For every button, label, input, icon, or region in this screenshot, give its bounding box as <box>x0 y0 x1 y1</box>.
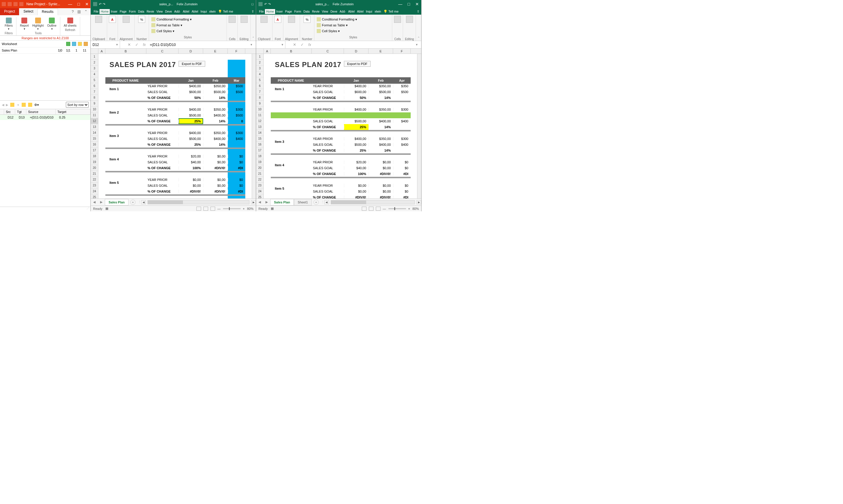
conditional-formatting-button[interactable]: Conditional Formatting ▾ <box>317 16 357 22</box>
tab-nav-prev[interactable]: ◀ <box>91 200 98 204</box>
zoom-in-button[interactable]: + <box>243 207 245 211</box>
next-arrow-icon[interactable]: ▶ <box>6 103 8 107</box>
col-header-E[interactable]: E <box>203 49 228 54</box>
normal-view-button[interactable] <box>196 206 201 211</box>
undo-icon[interactable]: ↶ <box>264 2 267 6</box>
zoom-slider[interactable] <box>223 208 240 209</box>
diff-row[interactable]: D12 D13 ≈(D11-D10)/D10 0.25 <box>0 115 90 120</box>
chevron-up-icon[interactable]: ⌃ <box>84 10 88 14</box>
cell-styles-button[interactable]: Cell Styles ▾ <box>151 28 175 34</box>
tell-me[interactable]: 💡 Tell me <box>383 10 399 14</box>
minimize-button[interactable]: — <box>68 2 72 6</box>
nav-icon[interactable] <box>10 103 14 107</box>
hscroll-right[interactable]: ▶ <box>251 200 256 204</box>
row-headers[interactable]: 1234567891011121314151617181920212223242… <box>256 54 264 198</box>
editing-group[interactable]: Editing <box>403 15 416 41</box>
grid[interactable]: ABCDEF 123456789101112131415161718192021… <box>256 49 421 198</box>
format-as-table-button[interactable]: Format as Table ▾ <box>317 22 348 28</box>
ribbon-tab-inser[interactable]: Inser <box>110 9 119 14</box>
ribbon-tab-ablel[interactable]: Ablel <box>347 9 356 14</box>
collapse-ribbon-icon[interactable]: ⌃ <box>251 15 256 41</box>
col-header-C[interactable]: C <box>312 49 344 54</box>
font-group[interactable]: AFont <box>107 15 118 41</box>
zoom-level[interactable]: 80% <box>412 207 419 211</box>
ribbon-tab-inqui[interactable]: Inqui <box>365 9 374 14</box>
zoom-level[interactable]: 80% <box>247 207 253 211</box>
nav-icon[interactable] <box>28 103 32 107</box>
col-header-F[interactable]: F <box>393 49 411 54</box>
zoom-out-button[interactable]: — <box>217 207 221 211</box>
cells-group[interactable]: Cells <box>392 15 403 41</box>
cancel-formula-icon[interactable]: ✕ <box>291 42 298 47</box>
maximize-button[interactable]: □ <box>77 2 80 6</box>
highlight-button[interactable]: Highlight▾ <box>31 17 45 31</box>
tab-results[interactable]: Results <box>38 8 58 15</box>
col-header-E[interactable]: E <box>369 49 393 54</box>
tab-nav-next[interactable]: ▶ <box>263 200 270 204</box>
tab-nav-prev[interactable]: ◀ <box>256 200 263 204</box>
fx-icon[interactable]: fx <box>141 43 148 47</box>
col-header-A[interactable]: A <box>264 49 271 54</box>
export-pdf-button[interactable]: Export to PDF <box>179 61 205 67</box>
add-sheet-button[interactable]: + <box>313 200 319 205</box>
close-button[interactable]: ✕ <box>415 2 419 6</box>
editing-group[interactable]: Editing <box>238 15 251 41</box>
name-box[interactable]: ▾ <box>256 41 285 48</box>
ribbon-tab-xlwin[interactable]: xlwin <box>374 9 382 14</box>
col-header-B[interactable]: B <box>271 49 312 54</box>
ribbon-tab-deve[interactable]: Deve <box>164 9 173 14</box>
macro-icon[interactable]: ▦ <box>105 206 108 211</box>
conditional-formatting-button[interactable]: Conditional Formatting ▾ <box>151 16 192 22</box>
ribbon-tab-home[interactable]: Home <box>265 9 275 14</box>
hscrollbar[interactable] <box>331 200 415 204</box>
accept-formula-icon[interactable]: ✓ <box>298 42 306 47</box>
close-button[interactable]: ✕ <box>85 2 89 6</box>
tab-project[interactable]: Project <box>0 8 19 15</box>
add-sheet-button[interactable]: + <box>130 200 136 205</box>
ribbon-tab-page[interactable]: Page <box>284 9 293 14</box>
ribbon-tab-file[interactable]: File <box>258 9 265 14</box>
hscroll-left[interactable]: ◀ <box>324 200 329 204</box>
ribbon-tab-form[interactable]: Form <box>128 9 137 14</box>
name-box[interactable]: ▾ <box>91 41 120 48</box>
alignment-group[interactable]: Alignment <box>118 15 134 41</box>
cancel-formula-icon[interactable]: ✕ <box>125 42 133 47</box>
col-header-F[interactable]: F <box>228 49 245 54</box>
collapse-ribbon-icon[interactable]: ⌃ <box>416 15 421 41</box>
ribbon-tab-data[interactable]: Data <box>302 9 311 14</box>
pagelayout-view-button[interactable] <box>203 206 208 211</box>
ribbon-tab-page[interactable]: Page <box>119 9 128 14</box>
col-header-A[interactable]: A <box>98 49 105 54</box>
minimize-button[interactable]: — <box>398 2 402 6</box>
hscrollbar[interactable] <box>147 200 249 204</box>
prev-arrow-icon[interactable]: ◀ <box>2 103 4 107</box>
share-icon[interactable]: ⇪ <box>417 10 419 14</box>
maximize-button[interactable]: □ <box>408 2 410 6</box>
col-header-B[interactable]: B <box>105 49 146 54</box>
redo-icon[interactable]: ↷ <box>103 2 105 6</box>
sheet-tab-salesplan[interactable]: Sales Plan <box>105 199 128 205</box>
clipboard-group[interactable]: Clipboard <box>91 15 107 41</box>
cells-group[interactable]: Cells <box>227 15 238 41</box>
cell-styles-button[interactable]: Cell Styles ▾ <box>317 28 340 34</box>
ribbon-tab-ablel[interactable]: Ablel <box>191 9 199 14</box>
ribbon-tab-view[interactable]: View <box>155 9 164 14</box>
formula-input[interactable]: =(D11-D10)/D10 <box>148 43 251 47</box>
filters-button[interactable]: Filters▾ <box>3 17 14 31</box>
save-icon[interactable] <box>258 2 263 6</box>
macro-icon[interactable]: ▦ <box>271 206 274 211</box>
sort-select[interactable]: Sort by row <box>66 102 89 108</box>
number-group[interactable]: %Number <box>134 15 149 41</box>
row-headers[interactable]: 1234567891011121314151617181920212223242… <box>91 54 98 198</box>
save-icon[interactable] <box>93 2 97 6</box>
sheet-tab-sheet1[interactable]: Sheet1 <box>294 199 312 205</box>
ribbon-tab-view[interactable]: View <box>321 9 329 14</box>
ribbon-tab-add-[interactable]: Add- <box>338 9 347 14</box>
nav-icon[interactable] <box>22 103 26 107</box>
normal-view-button[interactable] <box>362 206 366 211</box>
pagebreak-view-button[interactable] <box>376 206 380 211</box>
ribbon-tab-form[interactable]: Form <box>293 9 302 14</box>
ribbon-tab-xlwin[interactable]: xlwin <box>208 9 217 14</box>
accept-formula-icon[interactable]: ✓ <box>133 42 141 47</box>
pagelayout-view-button[interactable] <box>369 206 374 211</box>
